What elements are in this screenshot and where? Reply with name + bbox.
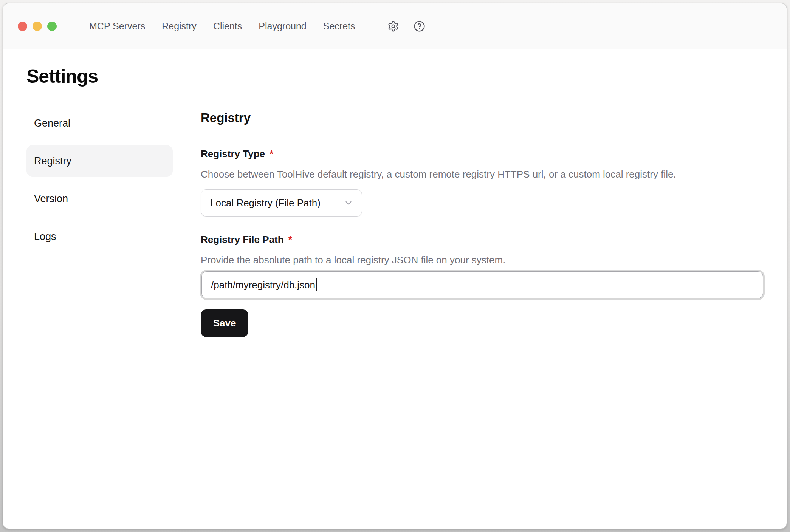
maximize-window-button[interactable] [47, 22, 57, 31]
text-caret [316, 278, 317, 291]
sidebar-item-general[interactable]: General [26, 107, 173, 139]
sidebar-item-version[interactable]: Version [26, 183, 173, 215]
required-marker: * [270, 148, 273, 159]
page-title: Settings [26, 65, 787, 87]
settings-sidebar: General Registry Version Logs [26, 107, 173, 337]
main-nav: MCP Servers Registry Clients Playground … [89, 21, 355, 32]
registry-file-path-value: /path/myregistry/db.json [211, 279, 315, 291]
sidebar-item-label: Version [34, 193, 68, 205]
close-window-button[interactable] [18, 22, 27, 31]
help-icon[interactable] [414, 20, 425, 32]
nav-item-registry[interactable]: Registry [162, 21, 197, 32]
gear-icon[interactable] [387, 20, 399, 32]
registry-file-path-description: Provide the absolute path to a local reg… [201, 254, 764, 266]
titlebar: MCP Servers Registry Clients Playground … [3, 3, 787, 49]
sidebar-item-label: General [34, 118, 70, 129]
save-button[interactable]: Save [201, 309, 248, 337]
titlebar-divider [376, 14, 376, 39]
registry-type-label: Registry Type* [201, 148, 764, 160]
nav-item-secrets[interactable]: Secrets [323, 21, 355, 32]
registry-file-path-input[interactable]: /path/myregistry/db.json [201, 271, 763, 298]
registry-file-path-label: Registry File Path* [201, 234, 764, 246]
sidebar-item-label: Logs [34, 231, 56, 243]
registry-type-description: Choose between ToolHive default registry… [201, 169, 764, 180]
sidebar-item-logs[interactable]: Logs [26, 221, 173, 252]
sidebar-item-label: Registry [34, 155, 71, 167]
minimize-window-button[interactable] [33, 22, 42, 31]
sidebar-item-registry[interactable]: Registry [26, 145, 173, 177]
required-marker: * [288, 234, 292, 245]
chevron-down-icon [344, 198, 353, 208]
registry-settings-panel: Registry Registry Type* Choose between T… [201, 107, 764, 337]
window-controls [18, 22, 57, 31]
nav-item-mcp-servers[interactable]: MCP Servers [89, 21, 145, 32]
nav-item-playground[interactable]: Playground [259, 21, 306, 32]
registry-type-selected-value: Local Registry (File Path) [210, 197, 321, 209]
app-window: MCP Servers Registry Clients Playground … [3, 3, 787, 529]
panel-heading: Registry [201, 110, 764, 125]
nav-item-clients[interactable]: Clients [213, 21, 242, 32]
registry-type-select[interactable]: Local Registry (File Path) [201, 189, 362, 217]
